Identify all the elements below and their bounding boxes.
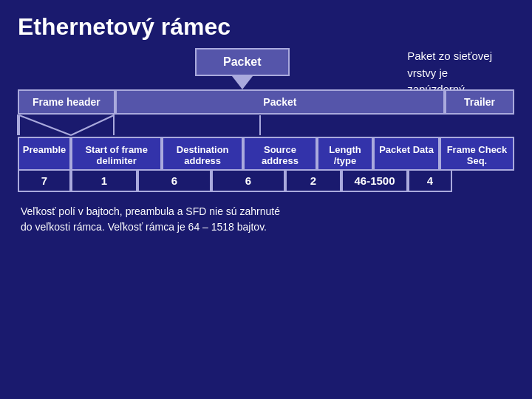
cell-length-type: Length /type bbox=[317, 138, 373, 171]
number-row: 7 1 6 6 2 46-1500 4 bbox=[18, 171, 514, 192]
page-title: Ethernetový rámec bbox=[0, 0, 532, 48]
cell-src-addr: Source address bbox=[243, 138, 317, 171]
num-preamble: 7 bbox=[18, 171, 71, 192]
num-packet-data: 46-1500 bbox=[341, 171, 408, 192]
packet-arrow bbox=[232, 76, 253, 89]
num-start-frame: 1 bbox=[71, 171, 137, 192]
trailer-box: Trailer bbox=[445, 89, 514, 115]
connector-lines bbox=[18, 115, 514, 137]
frame-header-box: Frame header bbox=[18, 89, 115, 115]
cell-dest-addr: Destination address bbox=[162, 138, 243, 171]
num-length-type: 2 bbox=[285, 171, 341, 192]
cell-preamble: Preamble bbox=[18, 138, 71, 171]
cell-packet-data: Packet Data bbox=[373, 138, 440, 171]
frame-packet-box: Packet bbox=[115, 89, 445, 115]
num-src-addr: 6 bbox=[211, 171, 285, 192]
footer-text: Veľkosť polí v bajtoch, preambula a SFD … bbox=[18, 204, 514, 235]
num-fcs: 4 bbox=[408, 171, 452, 192]
top-packet-box: Packet bbox=[195, 48, 290, 76]
cell-start-frame: Start of frame delimiter bbox=[71, 138, 162, 171]
svg-line-5 bbox=[19, 115, 71, 135]
cell-fcs: Frame Check Seq. bbox=[440, 138, 514, 171]
num-dest-addr: 6 bbox=[137, 171, 211, 192]
svg-line-6 bbox=[71, 115, 114, 135]
detail-row: Preamble Start of frame delimiter Destin… bbox=[18, 137, 514, 171]
